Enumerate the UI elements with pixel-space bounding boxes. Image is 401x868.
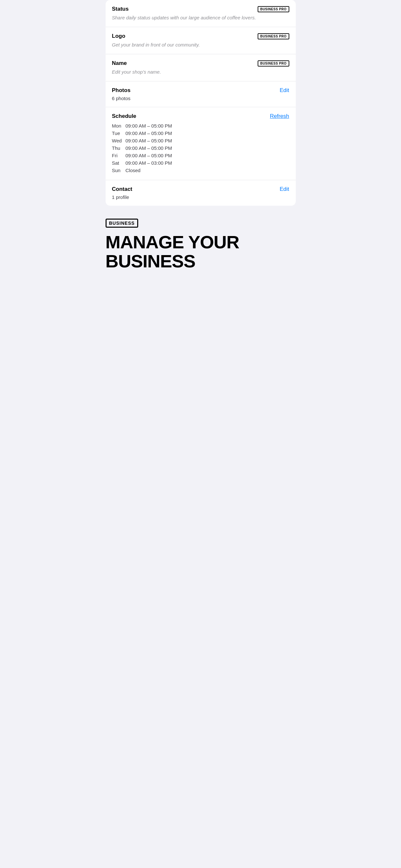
schedule-day-fri: Fri [112, 153, 126, 158]
status-pro-badge: BUSINESS PRO [258, 6, 289, 12]
schedule-day-wed: Wed [112, 138, 126, 144]
name-pro-badge: BUSINESS PRO [258, 60, 289, 66]
contact-row-header: Contact Edit [112, 186, 289, 192]
photos-title: Photos [112, 87, 131, 94]
business-section: BUSINESS MANAGE YOUR BUSINESS [100, 206, 301, 277]
bottom-spacer [100, 277, 301, 342]
page-container: Status BUSINESS PRO Share daily status u… [100, 0, 301, 868]
name-row: Name BUSINESS PRO Edit your shop's name. [105, 54, 296, 82]
photos-value: 6 photos [112, 96, 289, 101]
settings-card: Status BUSINESS PRO Share daily status u… [105, 0, 296, 206]
schedule-thu: Thu 09:00 AM – 05:00 PM [112, 144, 289, 152]
status-description: Share daily status updates with our larg… [112, 14, 289, 21]
photos-edit-button[interactable]: Edit [280, 87, 289, 94]
photos-row-header: Photos Edit [112, 87, 289, 94]
schedule-sun: Sun Closed [112, 166, 289, 174]
business-badge: BUSINESS [105, 219, 138, 228]
logo-description: Get your brand in front of our community… [112, 41, 289, 48]
schedule-table: Mon 09:00 AM – 05:00 PM Tue 09:00 AM – 0… [112, 122, 289, 174]
schedule-day-mon: Mon [112, 123, 126, 128]
schedule-wed: Wed 09:00 AM – 05:00 PM [112, 137, 289, 144]
status-row: Status BUSINESS PRO Share daily status u… [105, 0, 296, 27]
schedule-row-header: Schedule Refresh [112, 113, 289, 120]
schedule-hours-tue: 09:00 AM – 05:00 PM [126, 130, 172, 136]
name-description: Edit your shop's name. [112, 68, 289, 75]
schedule-hours-sun: Closed [126, 167, 141, 173]
schedule-refresh-button[interactable]: Refresh [270, 113, 289, 120]
schedule-hours-mon: 09:00 AM – 05:00 PM [126, 123, 172, 128]
schedule-sat: Sat 09:00 AM – 03:00 PM [112, 159, 289, 166]
logo-title: Logo [112, 33, 126, 39]
schedule-day-thu: Thu [112, 145, 126, 151]
status-title: Status [112, 6, 129, 12]
schedule-tue: Tue 09:00 AM – 05:00 PM [112, 129, 289, 137]
schedule-hours-fri: 09:00 AM – 05:00 PM [126, 153, 172, 158]
schedule-title: Schedule [112, 113, 136, 120]
contact-value: 1 profile [112, 194, 289, 200]
schedule-row: Schedule Refresh Mon 09:00 AM – 05:00 PM… [105, 107, 296, 180]
schedule-hours-wed: 09:00 AM – 05:00 PM [126, 138, 172, 144]
logo-row: Logo BUSINESS PRO Get your brand in fron… [105, 27, 296, 54]
schedule-day-tue: Tue [112, 130, 126, 136]
schedule-hours-sat: 09:00 AM – 03:00 PM [126, 160, 172, 166]
name-row-header: Name BUSINESS PRO [112, 60, 289, 66]
name-title: Name [112, 60, 127, 66]
photos-row: Photos Edit 6 photos [105, 82, 296, 107]
contact-edit-button[interactable]: Edit [280, 186, 289, 192]
business-main-title: MANAGE YOUR BUSINESS [105, 233, 296, 271]
schedule-fri: Fri 09:00 AM – 05:00 PM [112, 152, 289, 159]
logo-pro-badge: BUSINESS PRO [258, 33, 289, 39]
schedule-hours-thu: 09:00 AM – 05:00 PM [126, 145, 172, 151]
schedule-day-sat: Sat [112, 160, 126, 166]
status-row-header: Status BUSINESS PRO [112, 6, 289, 12]
logo-row-header: Logo BUSINESS PRO [112, 33, 289, 39]
schedule-mon: Mon 09:00 AM – 05:00 PM [112, 122, 289, 129]
contact-title: Contact [112, 186, 132, 192]
contact-row: Contact Edit 1 profile [105, 180, 296, 206]
schedule-day-sun: Sun [112, 167, 126, 173]
